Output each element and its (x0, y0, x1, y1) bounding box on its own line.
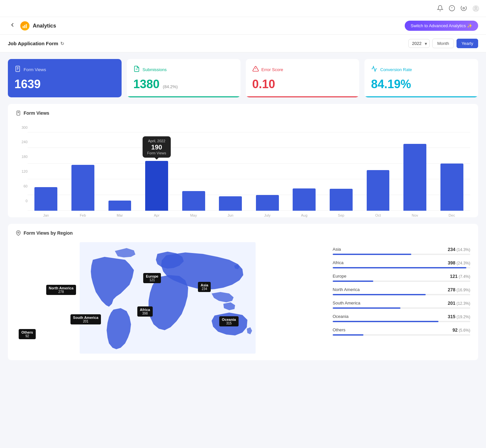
bars-area: JanFebMar April, 2022 190 Form Views Apr… (28, 132, 470, 211)
bar-month-label: Oct (375, 213, 381, 217)
bar-month-label: Dec (449, 213, 455, 217)
bar-month-label: Jan (43, 213, 49, 217)
submissions-icon (133, 66, 140, 74)
bar-column[interactable]: Mar (101, 132, 138, 211)
card-sub: (84.2%) (163, 84, 178, 89)
svg-rect-6 (23, 26, 24, 28)
bar-column[interactable]: Aug (286, 132, 323, 211)
card-value: 1380 (133, 78, 160, 91)
region-stat-header: Oceania 315 (19.2%) (333, 314, 470, 319)
month-button[interactable]: Month (432, 39, 454, 48)
region-value: 92 (453, 327, 458, 333)
form-title-text: Job Application Form (8, 41, 58, 46)
region-stat-header: South America 201 (12.3%) (333, 301, 470, 306)
refresh-icon[interactable]: ↻ (60, 41, 64, 46)
card-value: 0.10 (252, 78, 353, 91)
region-stat-item: Others 92 (5.6%) (333, 327, 470, 336)
header-left: Analytics (8, 20, 56, 31)
progress-bar-bg (333, 294, 470, 295)
yearly-button[interactable]: Yearly (457, 39, 478, 48)
year-select[interactable]: 2022 2021 2020 (408, 39, 430, 48)
progress-bar-fill (333, 267, 466, 268)
bar-month-label: Nov (412, 213, 418, 217)
tooltip-date: April, 2022 (147, 139, 166, 143)
bar-chart-grid: 300 240 180 120 60 0 J (16, 126, 470, 211)
region-value: 278 (448, 287, 455, 292)
tooltip-label: Form Views (147, 151, 166, 155)
progress-bar-fill (333, 294, 426, 295)
notification-bell-icon[interactable] (437, 5, 444, 12)
year-selector-wrapper[interactable]: 2022 2021 2020 (408, 39, 430, 48)
progress-bar-bg (333, 334, 470, 336)
form-views-icon (14, 66, 21, 74)
bar (330, 189, 353, 210)
card-label: Form Views (24, 67, 46, 72)
card-line (127, 96, 241, 97)
bar-column[interactable]: Jan (28, 132, 65, 211)
alert-icon[interactable] (449, 5, 456, 12)
top-nav (0, 0, 486, 17)
bar-month-label: Mar (117, 213, 123, 217)
bar (71, 165, 94, 211)
region-name: Africa (333, 260, 343, 265)
bar-month-label: May (190, 213, 197, 217)
y-label: 180 (16, 155, 28, 159)
bar-column[interactable]: Sep (323, 132, 360, 211)
svg-rect-8 (26, 24, 27, 28)
region-value: 398 (448, 260, 455, 265)
map-region-label: Africa398 (137, 306, 153, 317)
avatar-icon[interactable] (472, 5, 479, 12)
bar-column[interactable]: July (249, 132, 286, 211)
bar-column[interactable]: Nov (397, 132, 434, 211)
y-axis: 300 240 180 120 60 0 (16, 126, 28, 211)
map-region-label: Asia234 (198, 282, 211, 292)
progress-bar-fill (333, 281, 373, 282)
region-name: South America (333, 301, 360, 305)
bar-column[interactable]: Jun (212, 132, 249, 211)
back-button[interactable] (8, 20, 17, 31)
map-area: Form Views by Region (16, 230, 320, 354)
region-pct: (7.4%) (459, 274, 470, 279)
region-pct: (14.3%) (457, 247, 470, 252)
bar-tooltip: April, 2022 190 Form Views (143, 136, 171, 158)
y-label: 300 (16, 126, 28, 129)
card-line (246, 96, 360, 97)
region-value: 201 (448, 301, 455, 306)
region-numbers: 398 (24.3%) (448, 260, 470, 265)
form-views-chart-section: Form Views 300 240 180 120 60 0 (8, 104, 478, 217)
card-line (364, 96, 478, 97)
bar-column[interactable]: April, 2022 190 Form Views Apr (138, 132, 175, 211)
error-icon (252, 66, 259, 74)
bar (440, 164, 463, 211)
bar (403, 144, 426, 211)
form-title-row: Job Application Form ↻ (8, 41, 64, 46)
region-section: Form Views by Region (8, 224, 478, 360)
progress-bar-fill (333, 307, 400, 309)
submissions-card: Submissions 1380 (84.2%) (127, 59, 241, 97)
form-views-card: Form Views 1639 (8, 59, 122, 97)
card-header: Error Score (252, 66, 353, 74)
switch-advanced-button[interactable]: Switch to Advanced Analytics ✨ (405, 21, 478, 31)
card-header: Submissions (133, 66, 234, 74)
map-label-value: 92 (21, 334, 33, 338)
region-pct: (24.3%) (457, 261, 470, 265)
region-pct: (19.2%) (457, 315, 470, 319)
bar-month-label: Aug (301, 213, 308, 217)
svg-point-19 (18, 232, 19, 233)
map-labels-container: North America278Europe121Asia234Africa39… (16, 255, 320, 354)
bar-month-label: Apr (154, 213, 159, 217)
bar-column[interactable]: Feb (65, 132, 102, 211)
y-label: 120 (16, 169, 28, 173)
map-label-value: 201 (73, 320, 98, 323)
region-name: Europe (333, 274, 346, 279)
progress-bar-bg (333, 307, 470, 309)
bars-inner: JanFebMar April, 2022 190 Form Views Apr… (28, 132, 470, 211)
bar-month-label: Sep (338, 213, 344, 217)
map-label-value: 315 (222, 321, 236, 325)
bar-column[interactable]: Oct (360, 132, 397, 211)
card-label: Submissions (143, 67, 167, 72)
bar-column[interactable]: Dec (433, 132, 470, 211)
bar-column[interactable]: May (175, 132, 212, 211)
tools-icon[interactable] (460, 5, 468, 12)
map-label-value: 234 (201, 287, 208, 291)
